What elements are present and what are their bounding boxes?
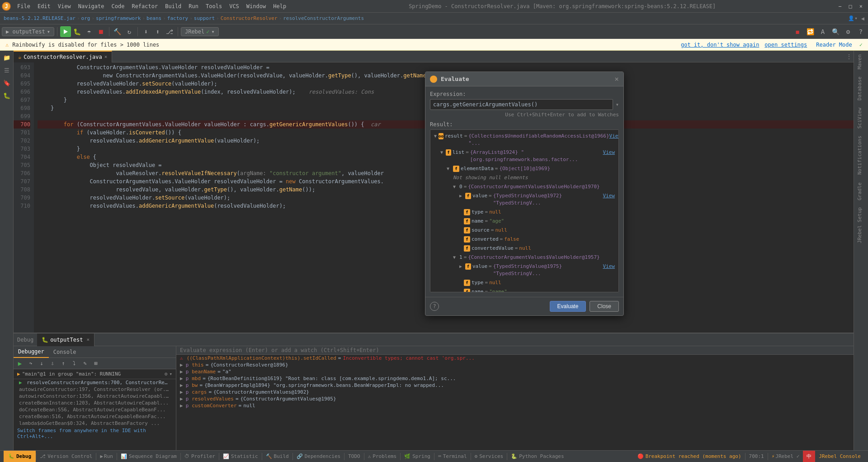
- subtab-console[interactable]: Console: [49, 346, 81, 358]
- item1-val-icon[interactable]: ▶: [459, 263, 463, 270]
- resume-button[interactable]: ▶: [15, 359, 24, 368]
- project-panel-icon[interactable]: 📁: [2, 52, 12, 62]
- close-button[interactable]: ×: [856, 2, 866, 10]
- view-link-1v[interactable]: View: [603, 263, 615, 270]
- translate-button[interactable]: A: [817, 26, 828, 37]
- item0-collapse-icon[interactable]: ▼: [453, 183, 458, 191]
- debug-tab-output-close[interactable]: ×: [86, 337, 90, 343]
- watch-expand-4[interactable]: ▶: [180, 382, 183, 388]
- status-python-packages[interactable]: 🐍 Python Packages: [507, 451, 567, 462]
- stack-frame-3[interactable]: createBeanInstance:1203, AbstractAutowir…: [14, 400, 176, 406]
- tree-item-0-value[interactable]: ▶ f value = {TypedStringValue@1972} "Typ…: [458, 191, 617, 208]
- stack-frame-6[interactable]: lambda$doGetBean$0:324, AbstractBeanFact…: [14, 420, 176, 427]
- watch-expand-5[interactable]: ▶: [180, 389, 183, 395]
- close-dialog-button[interactable]: Close: [590, 301, 619, 312]
- evaluate-input[interactable]: [180, 347, 850, 353]
- stop-red-button[interactable]: ◼: [792, 26, 803, 37]
- run-button[interactable]: [60, 26, 71, 37]
- run-with-coverage-button[interactable]: ☂: [84, 26, 94, 37]
- open-settings-link[interactable]: open settings: [764, 42, 807, 48]
- status-position[interactable]: 700:1: [745, 451, 768, 462]
- stop-button[interactable]: ⏹: [95, 26, 106, 37]
- menu-help[interactable]: Help: [269, 2, 290, 10]
- menu-vcs[interactable]: VCS: [226, 2, 243, 10]
- jrebel-setup-tab[interactable]: JRebel Setup: [854, 204, 868, 247]
- stack-frame-1[interactable]: autowireConstructor:197, ConstructorReso…: [14, 386, 176, 393]
- database-tab[interactable]: Database: [854, 73, 868, 104]
- structure-panel-icon[interactable]: ☰: [2, 65, 12, 75]
- status-sequence-diagram[interactable]: 📊 Sequence Diagram: [117, 451, 180, 462]
- tree-item-1-value[interactable]: ▶ f value = {TypedStringValue@1975} "Typ…: [458, 262, 617, 278]
- trace-current-button[interactable]: ⊞: [91, 359, 100, 368]
- menu-navigate[interactable]: Navigate: [75, 2, 108, 10]
- menu-edit[interactable]: Edit: [34, 2, 54, 10]
- step-out-button[interactable]: ↑: [59, 359, 68, 368]
- force-step-into-button[interactable]: ⇩: [48, 359, 57, 368]
- breadcrumb-beans[interactable]: beans: [146, 15, 161, 21]
- tree-elementdata[interactable]: ▼ f elementData = {Object[10]@1969}: [445, 164, 617, 173]
- status-version-control[interactable]: ⎇ Version Control: [36, 451, 96, 462]
- evaluate-expression-button[interactable]: ✎: [80, 359, 90, 368]
- item1-collapse-icon[interactable]: ▼: [453, 254, 458, 261]
- back-button[interactable]: ◀: [861, 15, 864, 22]
- status-jrebel[interactable]: ⚡ JRebel ✓: [768, 451, 803, 462]
- thread-filter-button[interactable]: ⚙: [165, 371, 168, 377]
- view-link-0v[interactable]: View: [603, 192, 615, 200]
- status-run[interactable]: ▶ Run: [96, 451, 117, 462]
- view-link-list[interactable]: View: [603, 149, 615, 156]
- build-button[interactable]: 🔨: [112, 26, 123, 37]
- status-todo[interactable]: TODO: [344, 451, 364, 462]
- list-collapse-icon[interactable]: ▼: [440, 149, 444, 156]
- item0-val-icon[interactable]: ▶: [459, 192, 463, 200]
- user-icon[interactable]: 👤▾: [848, 15, 858, 21]
- tree-item-1[interactable]: ▼ 1 = {ConstructorArgumentValues$ValueHo…: [451, 253, 617, 262]
- status-problems[interactable]: ⚠ Problems: [364, 451, 401, 462]
- jrebel-console[interactable]: JRebel Console: [815, 451, 864, 462]
- status-spring[interactable]: 🌿 Spring: [401, 451, 434, 462]
- status-profiler[interactable]: ⏱ Profiler: [181, 451, 219, 462]
- breadcrumb-class[interactable]: ConstructorResolver: [221, 15, 278, 21]
- subtab-debugger[interactable]: Debugger: [14, 346, 49, 358]
- view-link-root[interactable]: View: [609, 133, 619, 140]
- step-over-button[interactable]: ↷: [26, 359, 35, 368]
- step-into-button[interactable]: ↓: [37, 359, 46, 368]
- vcs-button[interactable]: ⎇: [164, 26, 175, 37]
- menu-window[interactable]: Window: [243, 2, 269, 10]
- menu-build[interactable]: Build: [161, 2, 185, 10]
- maven-tab[interactable]: Maven: [854, 51, 868, 73]
- debug-tab-output[interactable]: 🐛 outputTest ×: [37, 333, 94, 346]
- stack-frame-2[interactable]: autowireConstructor:1356, AbstractAutowi…: [14, 393, 176, 400]
- watch-expand-3[interactable]: ▶: [180, 376, 183, 381]
- settings-button[interactable]: ⚙: [843, 26, 854, 37]
- menu-tools[interactable]: Tools: [202, 2, 226, 10]
- expression-expand-icon[interactable]: ▾: [616, 101, 619, 108]
- tree-list[interactable]: ▼ f list = {ArrayList@1924} "[org.spring…: [439, 148, 617, 164]
- thread-dropdown-icon[interactable]: ▾: [169, 371, 172, 377]
- status-statistic[interactable]: 📈 Statistic: [219, 451, 262, 462]
- breadcrumb-method[interactable]: resolveConstructorArguments: [283, 15, 364, 21]
- reader-mode-link[interactable]: Reader Mode: [816, 42, 852, 48]
- status-debug-button[interactable]: 🐛 Debug: [4, 451, 36, 462]
- watch-expand-6[interactable]: ▶: [180, 396, 183, 402]
- tree-root[interactable]: ▼ oo result = {Collections$UnmodifiableR…: [432, 132, 617, 148]
- run-to-cursor-button[interactable]: ⤵: [70, 359, 79, 368]
- watch-expand-2[interactable]: ▶: [180, 369, 183, 375]
- dialog-close-button[interactable]: ×: [614, 75, 619, 83]
- switch-frames-hint[interactable]: Switch frames from anywhere in the IDE w…: [14, 427, 176, 440]
- status-build[interactable]: 🔨 Build: [262, 451, 292, 462]
- notifications-tab[interactable]: Notifications: [854, 132, 868, 178]
- sync-button[interactable]: ↻: [124, 26, 135, 37]
- elementdata-collapse-icon[interactable]: ▼: [447, 165, 451, 172]
- help-button[interactable]: ?: [855, 26, 866, 37]
- git-push-button[interactable]: ⬆: [152, 26, 163, 37]
- dialog-help-button[interactable]: ?: [430, 302, 439, 311]
- stack-frame-0[interactable]: ▶ resolveConstructorArguments:700, Const…: [14, 379, 176, 386]
- debug-button[interactable]: 🐛: [72, 26, 83, 37]
- breadcrumb-springframework[interactable]: springframework: [96, 15, 141, 21]
- minimize-button[interactable]: −: [835, 2, 845, 10]
- git-update-button[interactable]: ⬇: [141, 26, 151, 37]
- tab-close-button[interactable]: ×: [104, 54, 108, 60]
- breadcrumb-jar[interactable]: beans-5.2.12.RELEASE.jar: [4, 15, 75, 21]
- menu-view[interactable]: View: [54, 2, 75, 10]
- tree-item-0[interactable]: ▼ 0 = {ConstructorArgumentValues$ValueHo…: [451, 182, 617, 191]
